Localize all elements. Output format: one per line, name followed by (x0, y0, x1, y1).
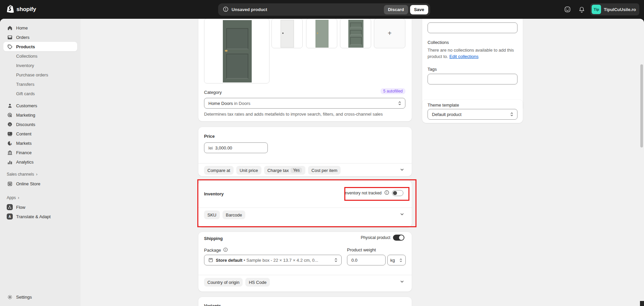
finance-icon (7, 150, 13, 155)
inventory-title: Inventory (204, 191, 224, 196)
sidebar-item-finance[interactable]: Finance (3, 148, 77, 157)
info-icon[interactable] (223, 247, 228, 253)
divider (198, 163, 412, 164)
theme-template-select[interactable]: Default product (428, 109, 517, 120)
topbar: shopify Unsaved product Discard Save Tip… (0, 0, 644, 19)
assistant-icon[interactable] (562, 4, 573, 15)
select-arrows-icon (510, 112, 514, 117)
product-media-category-card: + Category 5 autofilled Home Doors in Do… (198, 19, 412, 121)
sidebar-item-products[interactable]: Products (3, 42, 77, 51)
theme-template-label: Theme template (428, 103, 459, 108)
sidebar-item-translate-adapt[interactable]: A Translate & Adapt (3, 212, 77, 221)
sidebar-item-flow[interactable]: Flow (3, 202, 77, 212)
physical-product-toggle[interactable] (393, 235, 404, 241)
compare-at-pill[interactable]: Compare at (204, 166, 234, 175)
info-icon[interactable] (384, 190, 389, 196)
sidebar-item-transfers[interactable]: Transfers (3, 79, 77, 89)
sales-channels-header[interactable]: Sales channels › (3, 170, 77, 179)
product-image-thumb-1[interactable] (271, 19, 303, 48)
settings-gear-icon (7, 295, 13, 300)
price-input[interactable]: lei 3,000.00 (204, 142, 268, 153)
sidebar-item-analytics[interactable]: Analytics (3, 157, 77, 167)
sidebar-item-gift-cards[interactable]: Gift cards (3, 89, 77, 98)
scrollbar-corner (640, 301, 644, 306)
package-icon (208, 258, 213, 262)
sidebar-item-orders[interactable]: Orders (3, 33, 77, 42)
price-card: Price lei 3,000.00 Compare at Unit price… (198, 127, 412, 176)
sidebar-nav: Home Orders Products Collections Invento… (0, 19, 81, 306)
customers-icon (7, 103, 13, 108)
alert-text: Unsaved product (232, 7, 267, 12)
svg-text:$: $ (10, 143, 12, 145)
product-image-main[interactable] (204, 19, 269, 83)
cost-per-item-pill[interactable]: Cost per item (308, 166, 341, 175)
store-menu[interactable]: Tip TipulCuUsile.ro (590, 3, 639, 15)
expand-chevron-icon[interactable] (400, 279, 404, 285)
charge-tax-value-badge: Yes (291, 168, 302, 173)
add-media-button[interactable]: + (374, 19, 405, 48)
product-weight-input[interactable]: 0.0 (347, 255, 386, 265)
discard-button[interactable]: Discard (384, 5, 408, 14)
sidebar-item-online-store[interactable]: Online Store (3, 179, 77, 188)
alert-icon (223, 6, 229, 13)
category-label: Category (204, 90, 222, 95)
sidebar-item-marketing[interactable]: Marketing (3, 110, 77, 120)
unit-price-pill[interactable]: Unit price (236, 166, 261, 175)
tags-input[interactable] (428, 74, 517, 84)
apps-header[interactable]: Apps › (3, 193, 77, 202)
sidebar-item-customers[interactable]: Customers (3, 101, 77, 110)
product-image-thumb-2[interactable] (306, 19, 337, 48)
sidebar-item-home[interactable]: Home (3, 23, 77, 33)
price-title: Price (204, 134, 215, 139)
shipping-title: Shipping (204, 236, 223, 241)
collections-empty-text: There are no collections available to ad… (428, 47, 517, 60)
plus-icon: + (388, 29, 392, 37)
theme-template-card: Theme template Default product (422, 100, 523, 123)
sidebar-item-settings[interactable]: Settings (3, 292, 77, 302)
flow-app-icon (7, 204, 13, 210)
select-arrows-icon (398, 101, 402, 106)
weight-unit-select[interactable]: kg (387, 255, 406, 265)
sidebar-item-inventory[interactable]: Inventory (3, 61, 77, 70)
notifications-bell-icon[interactable] (576, 4, 587, 15)
barcode-pill[interactable]: Barcode (222, 210, 245, 219)
analytics-icon (7, 160, 13, 165)
translate-adapt-app-icon: A (7, 213, 13, 220)
sidebar-item-discounts[interactable]: Discounts (3, 120, 77, 129)
unsaved-alert-bar: Unsaved product Discard Save (218, 3, 430, 16)
discounts-icon (7, 122, 13, 127)
sidebar-item-purchase-orders[interactable]: Purchase orders (3, 70, 77, 79)
sku-pill[interactable]: SKU (204, 210, 220, 219)
shopify-logo[interactable]: shopify (7, 5, 36, 14)
country-of-origin-pill[interactable]: Country of origin (204, 278, 243, 287)
markets-icon: $ (7, 141, 13, 146)
expand-chevron-icon[interactable] (400, 212, 404, 218)
variants-card: Variants (198, 297, 412, 306)
tags-label: Tags (428, 67, 437, 72)
category-select[interactable]: Home Doors in Doors (204, 98, 405, 109)
hs-code-pill[interactable]: HS Code (245, 278, 270, 287)
product-weight-label: Product weight (347, 247, 376, 252)
collections-label: Collections (428, 40, 449, 45)
sidebar-item-content[interactable]: Content (3, 129, 77, 138)
shopify-bag-icon (7, 5, 14, 14)
variants-title: Variants (204, 303, 221, 306)
shipping-card: Shipping Physical product Package Store … (198, 232, 412, 292)
sidebar-item-collections[interactable]: Collections (3, 51, 77, 61)
product-image-thumb-3[interactable] (340, 19, 371, 48)
physical-product-label: Physical product (361, 235, 390, 240)
package-select[interactable]: Store default • Sample box - 22 × 13.7 ×… (204, 255, 342, 265)
inventory-card: Inventory Inventory not tracked SKU Barc… (198, 181, 412, 227)
package-label: Package (204, 248, 221, 253)
save-button[interactable]: Save (410, 5, 428, 14)
charge-tax-pill[interactable]: Charge tax Yes (264, 166, 305, 175)
expand-chevron-icon[interactable] (400, 167, 404, 173)
edit-collections-link[interactable]: Edit collections (449, 54, 479, 59)
inventory-tracked-toggle[interactable] (392, 190, 403, 196)
vertical-scrollbar[interactable] (640, 64, 643, 147)
store-name: TipulCuUsile.ro (604, 7, 636, 12)
vendor-label: Vendor (428, 19, 441, 20)
vendor-input[interactable] (428, 22, 517, 33)
online-store-icon (7, 181, 13, 186)
sidebar-item-markets[interactable]: $ Markets (3, 138, 77, 148)
